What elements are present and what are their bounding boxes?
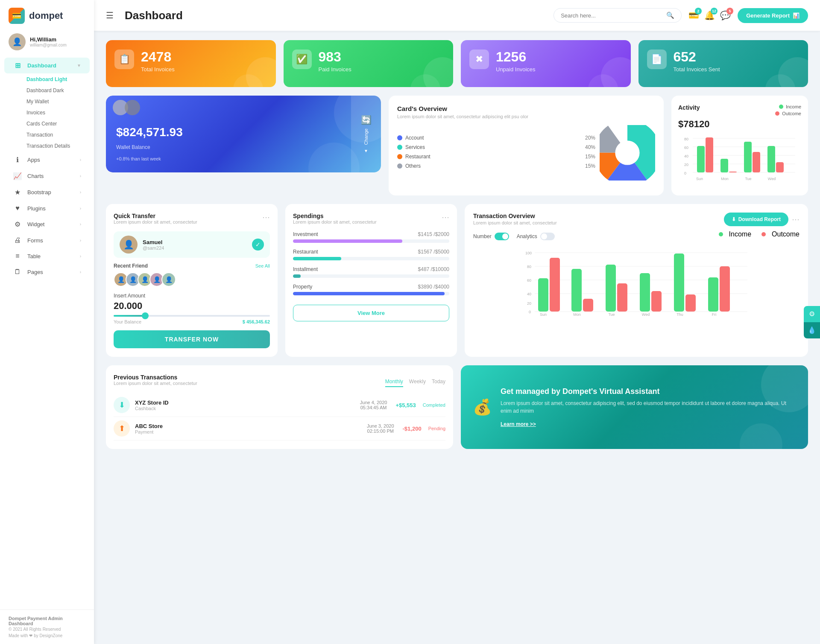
account-label: Account xyxy=(397,135,424,141)
spending-header-installment: Installment $487 /$10000 xyxy=(293,266,449,272)
submenu-item-dashboard-light[interactable]: Dashboard Light xyxy=(22,74,94,85)
sidebar-footer: Dompet Payment Admin Dashboard © 2021 Al… xyxy=(0,609,94,644)
dashboard-icon: ⊞ xyxy=(13,61,22,70)
user-profile: 👤 Hi,William william@gmail.com xyxy=(0,28,94,54)
spendings-menu-icon[interactable]: ⋯ xyxy=(442,213,449,222)
svg-text:60: 60 xyxy=(527,278,531,283)
wallet-notification[interactable]: 💳 2 xyxy=(688,10,699,20)
property-bar-bg xyxy=(293,292,449,295)
stat-card-total-invoices: 📋 2478 Total Invoices xyxy=(106,40,276,87)
restaurant-spend-label: Restaurant xyxy=(293,249,318,255)
sidebar-item-widget[interactable]: ⚙ Widget › xyxy=(4,216,90,232)
restaurant-amount: $1567 /$5000 xyxy=(418,249,449,255)
transaction-status-2: Pending xyxy=(428,426,445,431)
sidebar-item-charts[interactable]: 📈 Charts › xyxy=(4,168,90,184)
svg-rect-15 xyxy=(697,146,705,172)
paid-invoices-number: 983 xyxy=(319,50,351,64)
submenu-item-my-wallet[interactable]: My Wallet xyxy=(22,96,94,107)
outcome-dot xyxy=(775,111,779,116)
submenu-item-dashboard-dark[interactable]: Dashboard Dark xyxy=(22,85,94,96)
sidebar-item-bootstrap[interactable]: ★ Bootstrap › xyxy=(4,184,90,200)
menu-toggle-icon[interactable]: ☰ xyxy=(106,10,114,20)
see-all-link[interactable]: See All xyxy=(255,263,270,268)
total-invoices-info: 2478 Total Invoices xyxy=(141,50,175,73)
svg-text:20: 20 xyxy=(527,301,531,306)
svg-text:Tue: Tue xyxy=(608,312,615,317)
forms-label: Forms xyxy=(27,237,43,244)
settings-float-button[interactable]: ⚙ xyxy=(804,306,820,322)
chevron-right-icon: › xyxy=(80,254,81,259)
restaurant-bar xyxy=(293,257,341,260)
sidebar-item-apps[interactable]: ℹ Apps › xyxy=(4,152,90,168)
quick-transfer-menu-icon[interactable]: ⋯ xyxy=(262,213,270,222)
legend-row-to: Income Outcome xyxy=(719,230,800,238)
sidebar-item-dashboard[interactable]: ⊞ Dashboard ▼ xyxy=(4,58,90,73)
svg-rect-42 xyxy=(606,265,616,312)
svg-rect-44 xyxy=(640,273,650,312)
amount-slider-track[interactable] xyxy=(114,315,270,317)
chevron-right-icon: › xyxy=(80,222,81,227)
submenu-item-cards-center[interactable]: Cards Center xyxy=(22,118,94,129)
others-pct: 15% xyxy=(585,163,595,169)
submenu-item-transaction-details[interactable]: Transaction Details xyxy=(22,140,94,152)
total-invoices-number: 2478 xyxy=(141,50,175,64)
chevron-down-icon: ▼ xyxy=(77,63,81,68)
svg-rect-48 xyxy=(708,277,718,312)
search-input[interactable] xyxy=(561,12,663,19)
sidebar-item-table[interactable]: ≡ Table › xyxy=(4,248,90,264)
svg-text:Mon: Mon xyxy=(721,177,729,181)
header: ☰ Dashboard 🔍 💳 2 🔔 12 💬 5 Generate Repo… xyxy=(94,0,820,31)
banner-learn-more-link[interactable]: Learn more >> xyxy=(501,421,536,427)
submenu-item-transaction[interactable]: Transaction xyxy=(22,129,94,140)
bell-notification[interactable]: 🔔 12 xyxy=(704,10,715,20)
transfer-now-button[interactable]: TRANSFER NOW xyxy=(114,330,270,348)
svg-text:Mon: Mon xyxy=(573,312,581,317)
sidebar-item-forms[interactable]: 🖨 Forms › xyxy=(4,233,90,248)
number-toggle-switch[interactable] xyxy=(495,233,509,240)
wallet-card-circles xyxy=(113,100,140,115)
sidebar-menu: ⊞ Dashboard ▼ Dashboard Light Dashboard … xyxy=(0,54,94,609)
to-outcome-label: Outcome xyxy=(772,230,800,238)
sidebar-item-plugins[interactable]: ♥ Plugins › xyxy=(4,201,90,216)
user-email: william@gmail.com xyxy=(30,43,67,47)
table-icon: ≡ xyxy=(13,252,22,260)
slider-thumb[interactable] xyxy=(142,312,149,319)
footer-made-with: Made with ❤ by DesignZone xyxy=(9,633,85,638)
apps-label: Apps xyxy=(27,157,40,163)
theme-float-button[interactable]: 💧 xyxy=(804,322,820,338)
svg-text:80: 80 xyxy=(527,265,531,269)
logo: 💳 dompet xyxy=(0,0,94,28)
quick-transfer-header: Quick Transfer Lorem ipsum dolor sit ame… xyxy=(114,213,270,230)
outcome-legend: Outcome xyxy=(775,111,801,116)
chat-notification[interactable]: 💬 5 xyxy=(720,10,731,20)
middle-row: $824,571.93 Wallet Balance +0.8% than la… xyxy=(106,96,808,195)
unpaid-invoices-info: 1256 Unpaid Invoices xyxy=(496,50,536,73)
transaction-info: XYZ Store ID Cashback xyxy=(135,399,355,411)
analytics-toggle-switch[interactable] xyxy=(540,233,555,240)
activity-legend: Income Outcome xyxy=(775,104,801,116)
prev-trans-banner-row: Previous Transactions Lorem ipsum dolor … xyxy=(106,365,808,449)
svg-rect-17 xyxy=(720,159,728,172)
quick-transfer-subtitle: Lorem ipsum dolor sit amet, consectetur xyxy=(114,219,197,224)
tab-weekly[interactable]: Weekly xyxy=(409,379,426,387)
spending-item-installment: Installment $487 /$10000 xyxy=(293,266,449,278)
banner-desc: Lorem ipsum dolor sit amet, consectetur … xyxy=(501,399,796,415)
transaction-menu-icon[interactable]: ⋯ xyxy=(792,215,800,224)
view-more-button[interactable]: View More xyxy=(293,305,449,321)
tab-today[interactable]: Today xyxy=(432,379,445,387)
spending-header-restaurant: Restaurant $1567 /$5000 xyxy=(293,249,449,255)
to-outcome-dot xyxy=(761,232,766,236)
generate-report-button[interactable]: Generate Report 📊 xyxy=(738,8,808,23)
change-button[interactable]: 🔄 Change ▼ xyxy=(351,96,381,172)
activity-bar-chart: 80 60 40 20 0 xyxy=(678,134,801,185)
submenu-item-invoices[interactable]: Invoices xyxy=(22,107,94,118)
installment-label: Installment xyxy=(293,266,318,272)
tab-monthly[interactable]: Monthly xyxy=(385,379,403,387)
restaurant-bar-bg xyxy=(293,257,449,260)
sidebar-item-pages[interactable]: 🗒 Pages › xyxy=(4,264,90,280)
download-report-button[interactable]: ⬇ Download Report xyxy=(724,213,788,226)
transaction-overview-title-wrap: Transaction Overview Lorem ipsum dolor s… xyxy=(473,213,557,225)
services-label: Services xyxy=(397,144,425,150)
svg-rect-38 xyxy=(538,278,548,312)
paid-invoices-icon: ✅ xyxy=(292,50,312,69)
